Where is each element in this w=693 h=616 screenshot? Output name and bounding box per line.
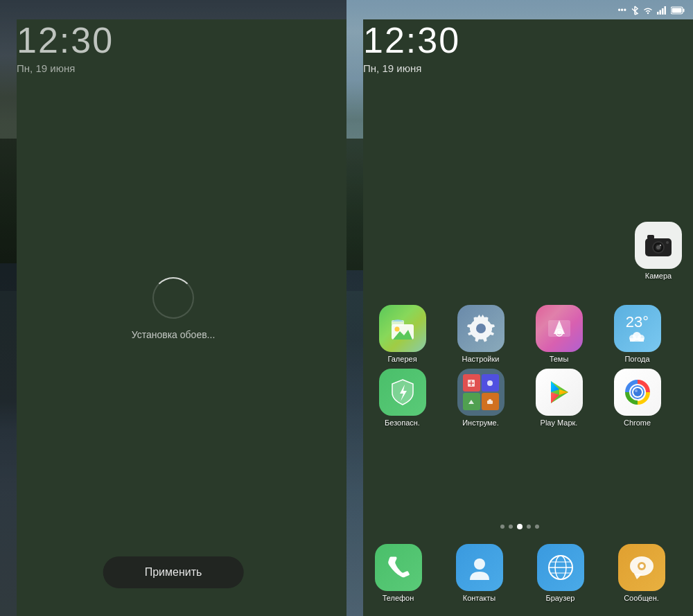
svg-marker-50: [634, 574, 642, 579]
svg-rect-34: [489, 399, 491, 401]
dock-browser[interactable]: Браузер: [520, 544, 601, 602]
themes-icon: [536, 305, 583, 352]
security-label: Безопасн.: [385, 419, 420, 427]
app-settings[interactable]: Настройки: [441, 305, 520, 363]
messages-icon: [618, 544, 665, 591]
app-grid: Галерея Настройки Темы: [363, 305, 676, 427]
right-panel: RU ••• 12:30 Пн, 19 июня: [346, 0, 693, 616]
svg-point-24: [557, 331, 561, 335]
signal-icon: [657, 6, 667, 15]
camera-icon: [635, 222, 682, 269]
app-weather[interactable]: 23° Погода: [598, 305, 676, 363]
dot-1: [500, 525, 505, 529]
loading-text: Установка обоев...: [132, 329, 216, 340]
phone-label: Телефон: [383, 594, 414, 602]
weather-temp: 23°: [626, 315, 649, 330]
dot-5: [535, 525, 539, 529]
status-dots: •••: [617, 6, 626, 15]
camera-icon-svg: [644, 232, 673, 258]
svg-rect-7: [683, 9, 685, 12]
svg-point-16: [666, 241, 669, 244]
browser-icon: [537, 544, 584, 591]
gallery-icon: [379, 305, 426, 352]
svg-point-18: [394, 327, 399, 332]
app-tools[interactable]: Инструме.: [441, 369, 520, 427]
svg-point-21: [476, 324, 486, 333]
loading-spinner: [152, 277, 194, 319]
dock-messages[interactable]: Сообщен.: [601, 544, 682, 602]
security-icon: [379, 369, 426, 416]
tools-label: Инструме.: [462, 419, 499, 427]
weather-icon: 23°: [614, 305, 661, 352]
wifi-icon: [643, 6, 653, 15]
page-indicator: [500, 524, 539, 529]
left-panel: 12:30 Пн, 19 июня Установка обоев... При…: [0, 0, 346, 616]
svg-rect-28: [630, 338, 644, 342]
svg-point-42: [635, 389, 638, 392]
svg-rect-5: [665, 6, 667, 15]
svg-point-32: [487, 380, 493, 386]
camera-app-item[interactable]: Камера: [635, 222, 682, 280]
svg-point-13: [656, 245, 660, 249]
svg-point-52: [640, 564, 644, 568]
weather-label: Погода: [624, 355, 649, 363]
gallery-label: Галерея: [387, 355, 416, 363]
app-gallery[interactable]: Галерея: [363, 305, 441, 363]
contacts-icon: [456, 544, 503, 591]
tools-icon: [457, 369, 505, 416]
app-themes[interactable]: Темы: [520, 305, 598, 363]
dock-phone[interactable]: Телефон: [358, 544, 439, 602]
dot-4: [527, 525, 531, 529]
app-chrome[interactable]: Chrome: [598, 369, 676, 427]
settings-label: Настройки: [462, 355, 500, 363]
svg-rect-8: [672, 8, 682, 13]
playmarket-label: Play Марк.: [541, 419, 578, 427]
svg-rect-15: [647, 235, 654, 239]
camera-label: Камера: [645, 272, 672, 280]
settings-icon: [457, 305, 505, 352]
messages-label: Сообщен.: [624, 594, 659, 602]
svg-point-41: [633, 388, 642, 396]
svg-rect-3: [660, 10, 662, 15]
dot-2: [509, 525, 513, 529]
phone-icon: [375, 544, 422, 591]
dock-contacts[interactable]: Контакты: [439, 544, 520, 602]
themes-label: Темы: [550, 355, 569, 363]
apply-button[interactable]: Применить: [103, 556, 244, 588]
app-playmarket[interactable]: Play Марк.: [520, 369, 598, 427]
playmarket-icon: [536, 369, 583, 416]
dot-3-active: [517, 524, 523, 529]
svg-point-43: [474, 558, 485, 570]
svg-rect-2: [657, 12, 659, 15]
chrome-icon: [614, 369, 661, 416]
battery-icon: [671, 6, 685, 15]
browser-label: Браузер: [546, 594, 575, 602]
bluetooth-icon: [631, 6, 639, 15]
bottom-dock: Телефон Контакты: [358, 544, 682, 602]
status-bar: •••: [617, 6, 685, 15]
svg-rect-4: [662, 8, 664, 15]
chrome-label: Chrome: [624, 419, 651, 427]
contacts-label: Контакты: [463, 594, 496, 602]
app-security[interactable]: Безопасн.: [363, 369, 441, 427]
svg-point-14: [660, 245, 661, 246]
